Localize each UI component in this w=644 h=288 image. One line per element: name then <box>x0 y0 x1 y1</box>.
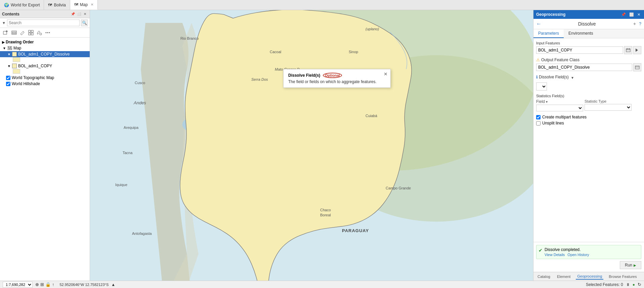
back-button[interactable]: ← <box>536 21 542 27</box>
open-history-link[interactable]: Open History <box>567 253 589 257</box>
search-input[interactable] <box>7 20 80 26</box>
unsplit-lines-label: Unsplit lines <box>542 121 564 125</box>
bottom-tabs: Catalog Element Geoprocessing Browse Fea… <box>533 272 644 281</box>
add-icon[interactable]: ＋ <box>632 21 637 27</box>
zoom-extent-icon[interactable]: ⊕ <box>35 282 39 287</box>
svg-rect-8 <box>29 33 31 35</box>
output-feature-class-input[interactable] <box>536 64 632 71</box>
paint-button[interactable] <box>36 29 43 36</box>
bottom-tab-element[interactable]: Element <box>556 274 572 279</box>
statistic-type-col: Statistic Type <box>585 99 632 111</box>
basemap-topographic-checkbox[interactable] <box>6 76 10 80</box>
grid-icon[interactable]: ⊞ <box>40 282 44 287</box>
group-layer-button[interactable] <box>10 29 18 36</box>
layer-item-map[interactable]: ▼ MAP Map <box>0 45 90 51</box>
layer-label: BOL_adm1_COPY <box>18 64 52 68</box>
create-multipart-row: Create multipart features <box>536 115 641 119</box>
coordinate-direction-icon: ▲ <box>111 282 115 287</box>
svg-line-5 <box>23 31 24 32</box>
view-details-link[interactable]: View Details <box>545 253 565 257</box>
map-area[interactable]: Rio Branco Cacoal Sinop (uplano) Mato Gr… <box>90 10 533 281</box>
tooltip-close-button[interactable]: ✕ <box>384 71 388 77</box>
maximize-icon[interactable]: ⬜ <box>76 11 82 17</box>
unsplit-lines-checkbox[interactable] <box>536 121 541 125</box>
add-layer-button[interactable] <box>2 29 9 36</box>
layer-preview <box>0 57 90 63</box>
tooltip-body: The field or fields on which to aggregat… <box>288 79 386 84</box>
pause-icon[interactable]: ⏸ <box>626 282 630 287</box>
expand-icon: ▼ <box>3 46 6 50</box>
browse-input-button[interactable] <box>624 46 632 54</box>
lock-icon[interactable]: 🔒 <box>45 282 51 287</box>
help-button[interactable]: ? <box>639 22 641 26</box>
geo-content: Input Features ⚠ Output Feature Class <box>533 38 644 242</box>
basemap-label: World Topographic Map <box>12 75 54 80</box>
open-input-button[interactable] <box>633 46 641 54</box>
map-icon: 🗺 <box>48 3 52 7</box>
output-feature-class-row <box>536 63 641 71</box>
tab-parameters[interactable]: Parameters <box>533 29 564 38</box>
bottom-tab-browse-features[interactable]: Browse Features <box>607 274 638 279</box>
dissolve-fields-label: ℹ Dissolve Field(s) <box>536 75 569 79</box>
expand-icon: ▼ <box>7 52 11 56</box>
success-message: ✔ Dissolve completed. View Details Open … <box>536 245 641 259</box>
svg-rect-21 <box>635 66 639 69</box>
tab-environments[interactable]: Environments <box>564 29 598 38</box>
status-bar: 1:7,690,282 ⊕ ⊞ 🔒 ↑ 52.9520646°W 12.7582… <box>0 281 644 288</box>
tab-label: Map <box>80 2 88 7</box>
expand-icon[interactable]: ▾ <box>546 100 548 104</box>
chevron-down-icon[interactable]: ▾ <box>571 75 573 80</box>
statistic-type-select[interactable] <box>585 104 632 111</box>
output-feature-class-group: ⚠ Output Feature Class <box>536 58 641 71</box>
pin-icon[interactable]: 📌 <box>70 11 76 17</box>
statistic-type-label: Statistic Type <box>585 99 632 103</box>
create-multipart-checkbox[interactable] <box>536 115 541 119</box>
svg-rect-6 <box>29 30 31 32</box>
layer-label: Map <box>13 46 21 50</box>
statistics-row: Field ▾ Statistic Type <box>536 99 641 111</box>
svg-text:MAP: MAP <box>8 46 12 50</box>
edit-button[interactable] <box>19 29 26 36</box>
basemap-hillshade[interactable]: World Hillshade <box>0 81 90 87</box>
grid-button[interactable] <box>27 29 35 36</box>
geo-footer: ✔ Dissolve completed. View Details Open … <box>533 242 644 272</box>
close-icon[interactable]: ✕ <box>82 11 88 17</box>
more-tools-button[interactable] <box>44 29 51 36</box>
refresh-icon[interactable]: ↻ <box>638 282 641 287</box>
panel-controls: 📌 ⬜ ✕ <box>70 11 88 17</box>
unsplit-lines-row: Unsplit lines <box>536 121 641 125</box>
output-feature-class-label: ⚠ Output Feature Class <box>536 58 641 62</box>
input-features-input[interactable] <box>536 46 623 54</box>
dissolve-fields-select[interactable] <box>536 82 547 91</box>
create-multipart-label: Create multipart features <box>542 115 587 119</box>
maximize-icon[interactable]: ⬜ <box>628 12 635 17</box>
svg-rect-9 <box>31 33 33 35</box>
search-button[interactable]: 🔍 <box>81 20 88 26</box>
close-icon[interactable]: ✕ <box>636 12 641 17</box>
tab-world-for-export[interactable]: 🌍 World for Export <box>0 0 44 10</box>
bottom-tab-catalog[interactable]: Catalog <box>536 274 552 279</box>
basemap-topographic[interactable]: World Topographic Map <box>0 75 90 81</box>
run-button[interactable]: Run ▶ <box>620 261 641 269</box>
tab-bolivia[interactable]: 🗺 Bolivia <box>44 0 70 10</box>
bottom-tab-geoprocessing[interactable]: Geoprocessing <box>576 274 603 280</box>
basemap-hillshade-checkbox[interactable] <box>6 82 10 86</box>
pin-icon[interactable]: 📌 <box>620 12 627 17</box>
layer-item-bol-dissolve[interactable]: ▼ BOL_adm1_COPY_Dissolve <box>0 51 90 57</box>
svg-point-12 <box>47 32 48 33</box>
basemap-label: World Hillshade <box>12 81 40 86</box>
input-features-group: Input Features <box>536 41 641 54</box>
tab-map[interactable]: 🗺 Map ✕ <box>70 0 98 10</box>
success-text: Dissolve completed. <box>545 247 589 252</box>
map-tools: ⊕ ⊞ 🔒 ↑ <box>35 282 54 287</box>
scale-selector[interactable]: 1:7,690,282 <box>3 282 33 288</box>
browse-output-button[interactable] <box>633 63 641 71</box>
drawing-order-header[interactable]: ▶ Drawing Order <box>0 39 90 45</box>
right-status: Selected Features: 0 ⏸ ● ↻ <box>586 282 641 287</box>
field-select[interactable] <box>536 105 583 111</box>
input-features-row <box>536 46 641 54</box>
layer-item-bol-copy[interactable]: ▼ BOL_adm1_COPY <box>0 63 90 69</box>
close-icon[interactable]: ✕ <box>91 3 93 6</box>
coordinates-display: 52.9520646°W 12.7582123°S <box>60 283 109 287</box>
geoprocessing-header: Geoprocessing 📌 ⬜ ✕ <box>533 10 644 19</box>
